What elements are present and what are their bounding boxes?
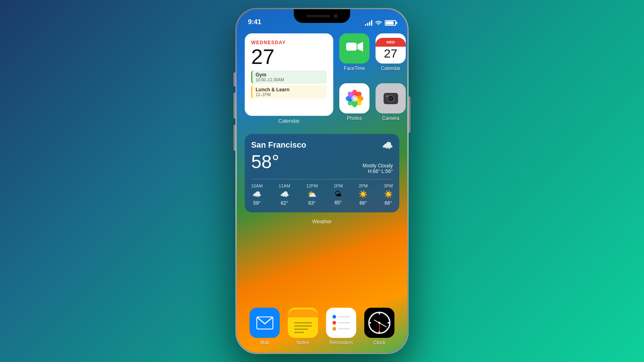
hour-2pm-label: 2PM [359,183,368,188]
svg-point-11 [351,95,358,102]
hour-1pm-label: 1PM [334,183,343,188]
hour-11am-label: 11AM [279,183,290,188]
photos-icon [344,88,365,109]
clock-label: Clock [373,340,385,346]
calendar-app-label: Calendar [381,66,400,71]
dock: Mail Notes [237,309,407,353]
weather-widget-label: Weather [312,218,332,224]
home-content: WEDNESDAY 27 Gym 10:00–11:30AM Lunch & L… [237,29,407,353]
app-calendar[interactable]: WED 27 Calendar [376,33,406,71]
cal-icon-day: WED [386,40,395,44]
hour-2pm-icon: ☀️ [359,190,367,199]
hour-12pm-label: 12PM [306,183,318,188]
cal-date: 27 [251,46,327,67]
clock-face [368,312,390,334]
hour-2pm: 2PM ☀️ 66° [359,183,368,206]
hour-1pm-icon: 🌤 [334,190,342,198]
notes-label: Notes [297,340,309,346]
svg-point-21 [372,317,372,318]
hour-10am-label: 10AM [251,183,263,188]
top-section: WEDNESDAY 27 Gym 10:00–11:30AM Lunch & L… [245,33,399,128]
cal-event-lunch[interactable]: Lunch & Learn 12–1PM [251,85,327,99]
mail-label: Mail [260,340,269,346]
calendar-widget-area: WEDNESDAY 27 Gym 10:00–11:30AM Lunch & L… [245,33,333,128]
app-reminders[interactable]: Reminders [326,308,356,346]
hour-3pm-icon: ☀️ [384,190,393,199]
hour-12pm: 12PM ⛅ 63° [306,183,318,206]
phone-inner: 9:41 [237,9,407,353]
gym-time: 10:00–11:30AM [256,78,324,82]
battery-icon [385,20,396,26]
hour-3pm-temp: 66° [385,200,392,206]
weather-hourly: 10AM ☁️ 59° 11AM ☁️ 62° 12PM [251,179,393,206]
camera-label: Camera [382,115,399,121]
app-clock[interactable]: Clock [364,308,394,346]
volume-up-button[interactable] [233,93,235,119]
hour-1pm-temp: 65° [334,200,342,206]
app-photos[interactable]: Photos [339,83,369,121]
hour-1pm: 1PM 🌤 65° [334,183,343,206]
photos-label: Photos [347,115,362,121]
svg-point-18 [385,315,386,316]
svg-point-17 [369,322,371,324]
svg-point-20 [374,330,374,331]
svg-point-19 [386,328,387,329]
status-icons [365,20,396,26]
notch-speaker [306,15,330,17]
svg-point-15 [388,322,389,324]
weather-condition: Mostly Cloudy [363,163,393,169]
hour-12pm-icon: ⛅ [308,190,316,199]
lunch-title: Lunch & Learn [256,87,324,93]
app-mail[interactable]: Mail [250,308,280,346]
weather-widget[interactable]: San Francisco ☁️ 58° Mostly Cloudy H:66°… [245,134,399,212]
hour-10am-icon: ☁️ [252,190,261,199]
lunch-time: 12–1PM [256,93,324,97]
hour-10am: 10AM ☁️ 59° [251,183,263,206]
hour-11am: 11AM ☁️ 62° [279,183,290,206]
weather-city: San Francisco [251,140,306,150]
hour-11am-icon: ☁️ [280,190,289,199]
cloud-icon: ☁️ [382,140,393,151]
right-apps: FaceTime WED 27 Calendar [339,33,406,128]
mute-button[interactable] [233,72,235,86]
app-camera[interactable]: Camera [376,83,406,121]
hour-11am-temp: 62° [281,200,288,206]
hour-12pm-temp: 63° [308,200,316,206]
svg-marker-2 [357,42,363,51]
gym-title: Gym [256,72,324,78]
weather-high-low: H:66° L:56° [363,169,393,174]
weather-temp: 58° [251,152,279,171]
cal-icon-num: 27 [384,47,397,60]
weather-widget-area: San Francisco ☁️ 58° Mostly Cloudy H:66°… [245,134,399,228]
hour-10am-temp: 59° [253,200,260,206]
power-button[interactable] [409,97,411,133]
app-facetime[interactable]: FaceTime [339,33,369,71]
svg-point-14 [379,313,380,315]
svg-rect-1 [346,43,357,51]
app-notes[interactable]: Notes [288,308,318,346]
volume-down-button[interactable] [233,125,235,151]
wifi-icon [375,20,382,26]
cal-event-gym[interactable]: Gym 10:00–11:30AM [251,70,327,84]
cal-day-name: WEDNESDAY [251,40,327,45]
hour-3pm-label: 3PM [384,183,393,188]
hour-3pm: 3PM ☀️ 66° [384,183,393,206]
notch [294,9,350,23]
phone-outer: 9:41 [235,8,409,354]
hour-2pm-temp: 66° [359,200,367,206]
phone-screen: 9:41 [237,9,407,353]
status-time: 9:41 [248,18,261,26]
notch-camera [334,14,338,18]
calendar-widget[interactable]: WEDNESDAY 27 Gym 10:00–11:30AM Lunch & L… [245,33,333,116]
signal-icon [365,20,372,26]
facetime-label: FaceTime [344,66,365,71]
calendar-widget-label: Calendar [279,118,300,124]
reminders-label: Reminders [329,340,353,346]
